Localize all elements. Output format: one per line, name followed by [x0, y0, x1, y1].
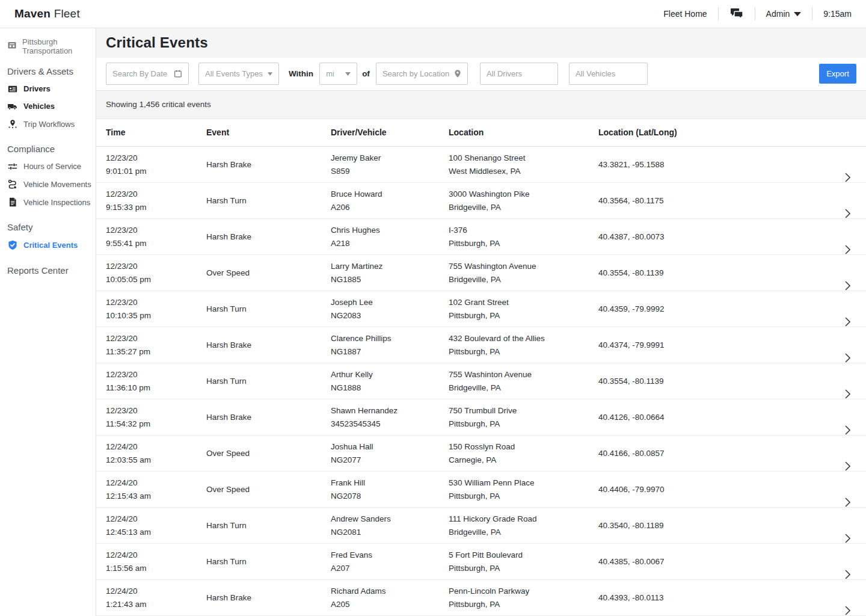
- row-detail-button[interactable]: [838, 508, 856, 543]
- table-row[interactable]: 12/23/20 9:15:33 pm Harsh Turn Bruce How…: [96, 183, 866, 219]
- messages-button[interactable]: [729, 7, 744, 20]
- sidebar-item-trip-workflows[interactable]: Trip Workflows: [7, 115, 96, 133]
- chevron-right-icon: [845, 209, 850, 218]
- sidebar-item-vehicle-inspections[interactable]: Vehicle Inspections: [7, 193, 96, 211]
- all-drivers-input[interactable]: [480, 63, 558, 85]
- location-field[interactable]: [382, 69, 449, 78]
- export-button[interactable]: Export: [819, 64, 856, 84]
- row-detail-button[interactable]: [838, 363, 856, 399]
- street: 100 Shenango Street: [449, 152, 598, 165]
- table-row[interactable]: 12/23/20 11:54:32 pm Harsh Brake Shawn H…: [96, 399, 866, 436]
- sidebar-item-vehicles[interactable]: Vehicles: [7, 97, 96, 115]
- vehicle-id: A207: [331, 562, 449, 575]
- vehicle-id: NG1887: [331, 345, 449, 359]
- table-row[interactable]: 12/23/20 11:35:27 pm Harsh Brake Clarenc…: [96, 327, 866, 363]
- chevron-right-icon: [845, 173, 850, 182]
- event-date: 12/24/20: [106, 513, 206, 526]
- event-time: 9:15:33 pm: [106, 201, 206, 214]
- row-detail-button[interactable]: [838, 472, 856, 507]
- app-logo[interactable]: Maven Fleet: [14, 7, 80, 20]
- table-row[interactable]: 12/23/20 9:55:41 pm Harsh Brake Chris Hu…: [96, 219, 866, 255]
- column-header: Location (Lat/Long): [598, 128, 838, 137]
- event-time: 11:36:10 pm: [106, 381, 206, 395]
- event-date: 12/23/20: [106, 332, 206, 345]
- city: Bridgeville, PA: [449, 201, 598, 214]
- cell-driver-vehicle: Andrew Sanders NG2081: [331, 508, 449, 543]
- row-detail-button[interactable]: [838, 183, 856, 218]
- sidebar-item-vehicle-movements[interactable]: Vehicle Movements: [7, 175, 96, 193]
- cell-driver-vehicle: Bruce Howard A206: [331, 183, 449, 218]
- cell-time: 12/23/20 9:55:41 pm: [106, 219, 206, 254]
- driver-name: Clarence Phillips: [331, 332, 449, 345]
- cell-location: 750 Trumbull Drive Pittsburgh, PA: [449, 399, 598, 435]
- row-detail-button[interactable]: [838, 436, 856, 471]
- event-time: 1:15:56 am: [106, 562, 206, 575]
- cell-location: 5 Fort Pitt Boulevard Pittsburgh, PA: [449, 544, 598, 579]
- row-detail-button[interactable]: [838, 255, 856, 291]
- id-card-icon: [7, 85, 17, 93]
- cell-time: 12/23/20 10:05:05 pm: [106, 255, 206, 291]
- cell-time: 12/24/20 12:03:55 am: [106, 436, 206, 471]
- table-row[interactable]: 12/24/20 12:15:43 am Over Speed Frank Hi…: [96, 472, 866, 508]
- shield-check-icon: [7, 240, 17, 250]
- within-label: Within: [289, 69, 313, 78]
- vehicle-id: NG2081: [331, 526, 449, 539]
- vehicle-id: NG2083: [331, 309, 449, 322]
- search-by-date-input[interactable]: [106, 63, 189, 85]
- table-row[interactable]: 12/24/20 12:45:13 am Harsh Turn Andrew S…: [96, 508, 866, 544]
- org-switcher[interactable]: Pittsburgh Transportation: [7, 37, 96, 55]
- of-label: of: [362, 69, 370, 78]
- row-detail-button[interactable]: [838, 580, 856, 615]
- table-row[interactable]: 12/23/20 10:05:05 pm Over Speed Larry Ma…: [96, 255, 866, 291]
- chevron-right-icon: [845, 570, 850, 579]
- fleet-home-link[interactable]: Fleet Home: [663, 9, 707, 19]
- sidebar-section-drivers-assets: Drivers & Assets Drivers Vehicles: [7, 66, 96, 133]
- table-row[interactable]: 12/23/20 11:36:10 pm Harsh Turn Arthur K…: [96, 363, 866, 399]
- vehicle-id: A206: [331, 201, 449, 214]
- distance-unit-select[interactable]: mi: [319, 63, 357, 85]
- all-vehicles-input[interactable]: [569, 63, 648, 85]
- event-time: 10:10:35 pm: [106, 309, 206, 322]
- event-date: 12/23/20: [106, 404, 206, 417]
- row-detail-button[interactable]: [838, 327, 856, 363]
- sidebar-item-hours-of-service[interactable]: Hours of Service: [7, 158, 96, 175]
- cell-event: Harsh Turn: [206, 544, 331, 579]
- table-header: Time Event Driver/Vehicle Location Locat…: [96, 119, 866, 147]
- divider: [812, 7, 812, 20]
- sidebar-item-drivers[interactable]: Drivers: [7, 80, 96, 97]
- row-detail-button[interactable]: [838, 399, 856, 435]
- event-time: 12:45:13 am: [106, 526, 206, 539]
- vehicle-id: NG1888: [331, 381, 449, 395]
- document-icon: [7, 197, 17, 207]
- sidebar-section-reports[interactable]: Reports Center: [7, 265, 96, 276]
- admin-menu[interactable]: Admin: [766, 9, 802, 19]
- column-header: Driver/Vehicle: [331, 128, 449, 137]
- table-row[interactable]: 12/24/20 1:15:56 am Harsh Turn Fred Evan…: [96, 544, 866, 580]
- cell-location: 755 Washington Avenue Bridgeville, PA: [449, 255, 598, 291]
- event-time: 11:35:27 pm: [106, 345, 206, 359]
- vehicles-field[interactable]: [576, 69, 641, 78]
- drivers-field[interactable]: [487, 69, 551, 78]
- chevron-right-icon: [845, 425, 850, 435]
- sidebar-item-critical-events[interactable]: Critical Events: [7, 236, 96, 254]
- table-row[interactable]: 12/24/20 1:21:43 am Harsh Brake Richard …: [96, 580, 866, 616]
- table-row[interactable]: 12/23/20 10:10:35 pm Harsh Turn Joseph L…: [96, 291, 866, 327]
- search-by-location-input[interactable]: [376, 63, 468, 85]
- cell-event: Harsh Brake: [206, 399, 331, 435]
- driver-name: Jeremy Baker: [331, 152, 449, 165]
- event-types-select[interactable]: All Events Types: [198, 63, 279, 85]
- event-time: 12:15:43 am: [106, 490, 206, 503]
- event-time: 9:55:41 pm: [106, 237, 206, 250]
- cell-time: 12/23/20 9:01:01 pm: [106, 147, 206, 182]
- clock-label: 9:15am: [823, 9, 852, 19]
- table-row[interactable]: 12/24/20 12:03:55 am Over Speed Joshua H…: [96, 436, 866, 472]
- date-field[interactable]: [112, 69, 169, 78]
- row-detail-button[interactable]: [838, 291, 856, 327]
- row-detail-button[interactable]: [838, 544, 856, 579]
- cell-driver-vehicle: Frank Hill NG2078: [331, 472, 449, 507]
- table-row[interactable]: 12/23/20 9:01:01 pm Harsh Brake Jeremy B…: [96, 147, 866, 183]
- topbar: Maven Fleet Fleet Home Admin 9:15am: [0, 0, 866, 28]
- row-detail-button[interactable]: [838, 219, 856, 254]
- row-detail-button[interactable]: [838, 147, 856, 182]
- chevron-right-icon: [845, 461, 850, 471]
